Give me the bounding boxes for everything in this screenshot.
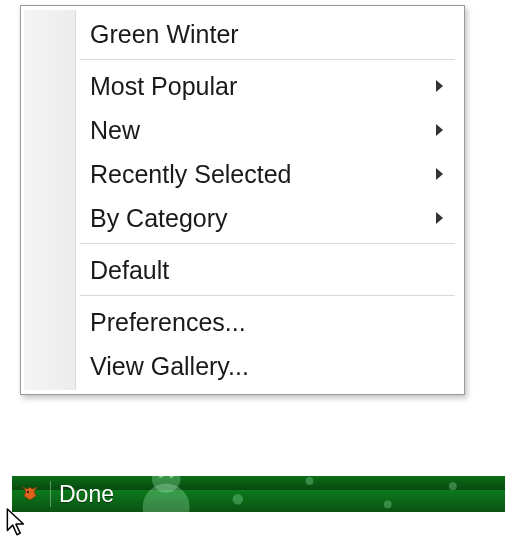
menu-item-by-category[interactable]: By Category [24,196,461,240]
menu-separator [80,292,461,300]
status-bar: Done [12,476,505,512]
menu-separator [80,56,461,64]
menu-item-label: Preferences... [90,308,246,336]
menu-item-label: View Gallery... [90,352,249,380]
menu-item-default[interactable]: Default [24,248,461,292]
svg-point-6 [233,494,243,504]
menu-item-preferences[interactable]: Preferences... [24,300,461,344]
submenu-arrow-icon [436,212,443,224]
menu-item-green-winter[interactable]: Green Winter [24,12,461,56]
mouse-cursor-icon [6,508,32,540]
menu-item-most-popular[interactable]: Most Popular [24,64,461,108]
menu-item-label: Green Winter [90,20,239,48]
svg-point-8 [384,501,392,509]
menu-item-label: Most Popular [90,72,237,100]
menu-separator [80,240,461,248]
submenu-arrow-icon [436,80,443,92]
svg-point-0 [27,491,29,493]
fox-icon[interactable] [16,476,44,512]
svg-point-7 [306,477,314,485]
status-text: Done [57,481,114,508]
svg-point-9 [449,482,457,490]
submenu-arrow-icon [436,168,443,180]
context-menu-inner: Green Winter Most Popular New Recently S… [24,10,461,390]
menu-item-view-gallery[interactable]: View Gallery... [24,344,461,388]
menu-item-label: Default [90,256,169,284]
window: Green Winter Most Popular New Recently S… [0,0,519,541]
status-separator [50,481,51,507]
submenu-arrow-icon [436,124,443,136]
menu-item-label: By Category [90,204,228,232]
context-menu: Green Winter Most Popular New Recently S… [20,5,465,395]
theme-background-art [114,476,505,512]
menu-item-label: Recently Selected [90,160,292,188]
menu-item-new[interactable]: New [24,108,461,152]
menu-item-label: New [90,116,140,144]
menu-item-recently-selected[interactable]: Recently Selected [24,152,461,196]
